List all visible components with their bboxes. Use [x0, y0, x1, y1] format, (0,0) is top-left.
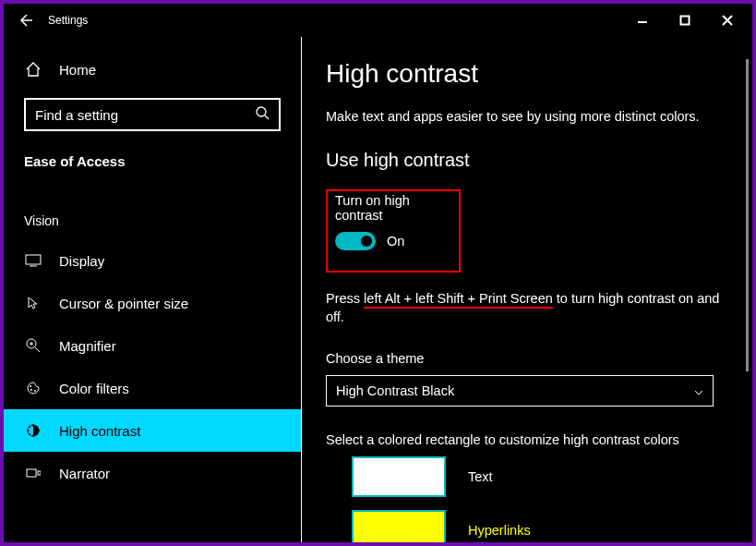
- annotation-highlight: Turn on high contrast On: [326, 189, 461, 273]
- svg-rect-22: [27, 469, 36, 477]
- svg-line-3: [265, 115, 269, 119]
- svg-rect-23: [38, 471, 41, 475]
- page-title: High contrast: [326, 59, 732, 89]
- close-button[interactable]: [706, 7, 749, 33]
- toggle-label: Turn on high contrast: [335, 193, 450, 223]
- sidebar-item-label: Display: [59, 253, 104, 269]
- search-box[interactable]: [24, 98, 281, 131]
- swatch-text-label: Text: [468, 469, 493, 484]
- contrast-icon: [24, 423, 42, 438]
- choose-theme-label: Choose a theme: [326, 351, 732, 366]
- sidebar-item-narrator[interactable]: Narrator: [4, 452, 301, 494]
- svg-rect-4: [26, 255, 41, 264]
- sidebar-item-label: High contrast: [59, 423, 140, 439]
- sidebar-item-label: Color filters: [59, 381, 129, 396]
- back-button[interactable]: [7, 4, 44, 37]
- sidebar-item-label: Cursor & pointer size: [59, 296, 188, 311]
- toggle-knob: [361, 236, 372, 247]
- main-panel: High contrast Make text and apps easier …: [302, 37, 752, 542]
- window-title: Settings: [48, 14, 88, 27]
- swatch-hyperlinks-label: Hyperlinks: [468, 523, 531, 538]
- sidebar-group-vision: Vision: [4, 213, 301, 228]
- minimize-button[interactable]: [621, 7, 664, 33]
- sidebar-item-magnifier[interactable]: Magnifier: [4, 324, 301, 367]
- search-input[interactable]: [35, 107, 255, 123]
- chevron-down-icon: [694, 383, 703, 398]
- sidebar-category: Ease of Access: [24, 153, 281, 169]
- titlebar: Settings: [4, 4, 752, 37]
- narrator-icon: [24, 467, 42, 479]
- sidebar-item-color-filters[interactable]: Color filters: [4, 367, 301, 409]
- svg-line-7: [35, 347, 40, 352]
- home-label: Home: [59, 62, 96, 78]
- cursor-icon: [24, 296, 42, 310]
- swatch-hyperlinks[interactable]: [352, 510, 446, 542]
- home-link[interactable]: Home: [24, 54, 281, 85]
- settings-window: Settings Home: [4, 4, 752, 542]
- home-icon: [24, 61, 42, 78]
- swatch-text-row: Text: [352, 456, 732, 497]
- sidebar-item-display[interactable]: Display: [4, 239, 301, 282]
- scrollbar[interactable]: [746, 59, 749, 371]
- theme-dropdown[interactable]: High Contrast Black: [326, 375, 714, 406]
- page-description: Make text and apps easier to see by usin…: [326, 109, 732, 124]
- search-icon: [255, 105, 270, 124]
- display-icon: [24, 254, 42, 267]
- content-area: Home Ease of Access Vision Display: [4, 37, 752, 542]
- svg-point-11: [30, 389, 32, 391]
- maximize-icon: [679, 15, 690, 26]
- sidebar-item-label: Magnifier: [59, 338, 116, 354]
- section-use-high-contrast: Use high contrast: [326, 150, 732, 171]
- sidebar-item-high-contrast[interactable]: High contrast: [4, 409, 301, 452]
- customize-label: Select a colored rectangle to customize …: [326, 432, 732, 447]
- close-icon: [722, 15, 733, 26]
- sidebar-item-cursor[interactable]: Cursor & pointer size: [4, 282, 301, 324]
- sidebar-nav: Display Cursor & pointer size Magnifier …: [4, 239, 301, 494]
- swatch-hyperlinks-row: Hyperlinks: [352, 510, 732, 542]
- minimize-icon: [637, 15, 648, 26]
- swatch-text[interactable]: [352, 456, 446, 497]
- sidebar: Home Ease of Access Vision Display: [4, 37, 301, 542]
- svg-point-2: [257, 107, 266, 116]
- maximize-button[interactable]: [664, 7, 706, 33]
- svg-point-10: [30, 385, 31, 387]
- arrow-left-icon: [18, 13, 33, 28]
- window-controls: [621, 7, 749, 33]
- sidebar-item-label: Narrator: [59, 466, 110, 481]
- svg-rect-1: [681, 17, 690, 25]
- shortcut-keys: left Alt + left Shift + Print Screen: [364, 291, 553, 309]
- toggle-state: On: [387, 234, 404, 249]
- theme-selected-value: High Contrast Black: [336, 383, 454, 398]
- svg-point-12: [34, 390, 36, 392]
- high-contrast-toggle[interactable]: [335, 232, 376, 250]
- shortcut-hint: Press left Alt + left Shift + Print Scre…: [326, 289, 732, 327]
- palette-icon: [24, 381, 42, 395]
- magnifier-icon: [24, 338, 42, 353]
